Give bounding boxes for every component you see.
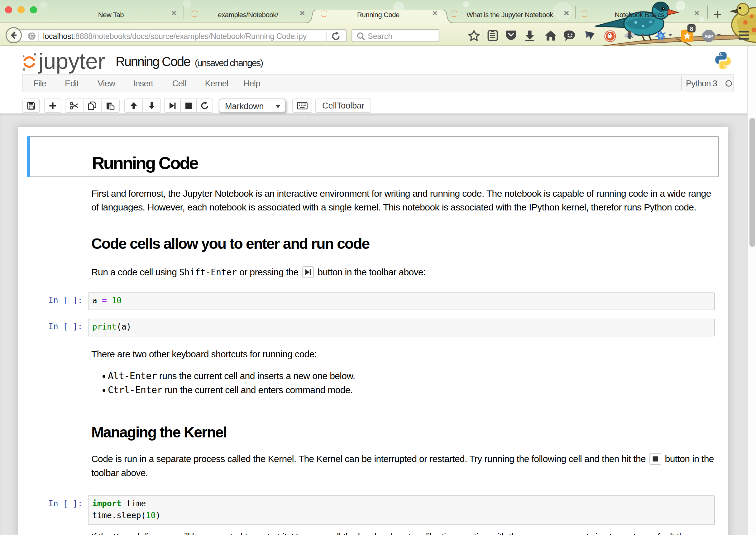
markdown-cell[interactable]: Code cells allow you to enter and run co… — [27, 235, 719, 253]
input-prompt: In [ ]: — [27, 293, 88, 306]
markdown-cell[interactable]: Alt-Enter runs the current cell and inse… — [27, 369, 719, 397]
tab-close-icon[interactable] — [563, 9, 570, 17]
markdown-cell[interactable]: First and foremost, the Jupyter Notebook… — [27, 187, 719, 215]
window-zoom-button[interactable] — [30, 6, 37, 14]
downloads-icon[interactable] — [525, 30, 535, 41]
new-tab-button[interactable] — [711, 9, 724, 20]
page-scrollbar[interactable] — [747, 46, 756, 535]
code-input-area[interactable]: a = 10 — [88, 293, 715, 310]
code-input-area[interactable]: import time time.sleep(10) — [88, 495, 715, 525]
menu-insert[interactable]: Insert — [133, 75, 153, 92]
section-heading: Managing the Kernel — [91, 423, 719, 441]
notebook-title[interactable]: Running Code — [116, 54, 190, 69]
select-divider — [272, 100, 272, 112]
markdown-cell[interactable]: Managing the Kernel — [27, 423, 719, 441]
tab-separator — [575, 6, 576, 19]
input-prompt: In [ ]: — [27, 319, 88, 333]
menu-cell[interactable]: Cell — [172, 75, 186, 92]
cell-type-select[interactable]: Markdown — [219, 99, 285, 113]
tab-close-icon[interactable] — [431, 9, 439, 17]
hello-icon[interactable] — [584, 30, 596, 41]
urlbar-divider — [38, 32, 39, 41]
celltoolbar-button[interactable]: CellToolbar — [315, 99, 371, 113]
duckduckgo-icon[interactable] — [604, 30, 616, 42]
adblock-plus-icon[interactable]: ABP — [702, 29, 716, 42]
move-cell-down-button[interactable] — [143, 99, 161, 113]
save-button[interactable] — [22, 99, 40, 113]
window-minimize-button[interactable] — [17, 6, 25, 14]
addon-fly-icon[interactable] — [623, 29, 636, 42]
url-text[interactable]: localhost:8888/notebooks/docs/source/exa… — [43, 30, 322, 43]
tab-close-icon[interactable] — [170, 9, 177, 17]
code-token: (a) — [117, 322, 131, 331]
run-cell-button[interactable] — [164, 99, 181, 113]
kernel-name: Python 3 — [686, 76, 717, 91]
code-cell[interactable]: In [ ]: print(a) — [27, 319, 719, 336]
markdown-cell-selected[interactable]: Running Code — [27, 136, 719, 177]
markdown-cell[interactable]: There are two other keyboard shortcuts f… — [27, 347, 719, 361]
markdown-cell[interactable]: Code is run in a separate process called… — [27, 452, 719, 480]
paste-cell-button[interactable] — [101, 99, 120, 113]
addon-blue-icon[interactable] — [654, 29, 667, 42]
copy-cell-button[interactable] — [83, 99, 102, 113]
url-bar[interactable]: localhost:8888/notebooks/docs/source/exa… — [14, 29, 346, 42]
code-cell[interactable]: In [ ]: a = 10 — [27, 293, 719, 310]
svg-text:ABP: ABP — [704, 34, 713, 39]
menu-hamburger-icon[interactable] — [738, 30, 750, 41]
text-segment: button in the toolbar above: — [315, 267, 426, 277]
menu-edit[interactable]: Edit — [65, 75, 78, 92]
save-status: (unsaved changes) — [195, 58, 263, 68]
search-bar[interactable]: Search — [352, 29, 439, 42]
pocket-icon[interactable] — [505, 30, 517, 41]
scrollbar-thumb[interactable] — [749, 118, 755, 247]
markdown-list: Alt-Enter runs the current cell and inse… — [27, 369, 719, 397]
tab-running-code-active[interactable]: Running Code — [313, 0, 446, 22]
code-input-area[interactable]: print(a) — [88, 319, 715, 336]
addon-dropdown-icon[interactable] — [641, 34, 645, 37]
tab-what-is-jupyter[interactable]: What is the Jupyter Notebook — [447, 0, 575, 22]
tab-new-tab[interactable]: New Tab — [39, 0, 183, 22]
code-token: time — [122, 499, 146, 508]
stop-icon — [185, 102, 192, 109]
tab-title: New Tab — [39, 6, 183, 24]
notebook-heading-1: Running Code — [92, 153, 718, 173]
tab-examples-notebook[interactable]: examples/Notebook/ — [184, 0, 311, 22]
menu-kernel[interactable]: Kernel — [205, 75, 228, 92]
command-palette-button[interactable] — [292, 99, 312, 113]
interrupt-kernel-button[interactable] — [180, 99, 197, 113]
kernel-indicator-zone: Python 3 — [681, 76, 732, 90]
markdown-cell[interactable]: Run a code cell using Shift-Enter or pre… — [27, 265, 719, 280]
addon-dropdown-icon[interactable] — [717, 34, 721, 37]
cut-cell-button[interactable] — [65, 99, 84, 113]
code-line: a = 10 — [92, 295, 711, 306]
site-identity-globe-icon[interactable] — [27, 32, 36, 41]
home-icon[interactable] — [545, 30, 556, 41]
restart-icon — [201, 102, 209, 110]
menu-file[interactable]: File — [33, 75, 46, 92]
restart-kernel-button[interactable] — [196, 99, 213, 113]
code-token-number: 10 — [112, 296, 122, 305]
jupyter-logo[interactable]: jupyter — [22, 50, 110, 73]
reading-list-icon[interactable] — [487, 30, 498, 41]
menu-view[interactable]: View — [97, 75, 115, 92]
text-segment: Code is run in a separate process called… — [91, 454, 648, 464]
back-button[interactable] — [6, 27, 22, 43]
bookmark-star-icon[interactable] — [468, 30, 480, 41]
section-heading: Code cells allow you to enter and run co… — [91, 235, 719, 253]
paragraph: If the Kernel dies you will be prompted … — [91, 530, 719, 535]
toolbar-group-save — [22, 99, 40, 113]
tab-close-icon[interactable] — [693, 9, 701, 17]
select-arrow-icon — [276, 105, 281, 108]
url-path: :8888/notebooks/docs/source/examples/Not… — [73, 32, 307, 41]
reload-button[interactable] — [331, 31, 341, 41]
window-close-button[interactable] — [5, 6, 12, 14]
insert-cell-below-button[interactable] — [44, 99, 61, 113]
feedback-smiley-icon[interactable] — [564, 30, 576, 41]
tab-notebook-basics[interactable]: Notebook Basics — [576, 0, 707, 22]
move-cell-up-button[interactable] — [124, 99, 143, 113]
addon-badge-count: 8 — [688, 24, 695, 32]
code-cell[interactable]: In [ ]: import time time.sleep(10) — [27, 495, 719, 525]
addon-dropdown-icon[interactable] — [668, 34, 672, 37]
markdown-cell[interactable]: If the Kernel dies you will be prompted … — [27, 530, 719, 535]
menu-help[interactable]: Help — [243, 75, 260, 92]
